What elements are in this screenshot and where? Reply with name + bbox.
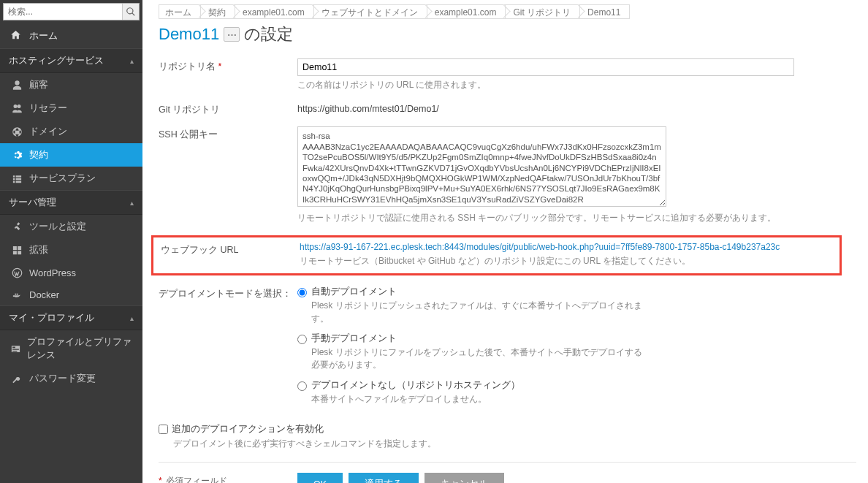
webhook-label: ウェブフック URL — [161, 242, 300, 256]
search-icon[interactable] — [122, 4, 139, 20]
sidebar-item-docker[interactable]: Docker — [0, 284, 142, 305]
breadcrumb-item[interactable]: example01.com — [427, 4, 506, 19]
chevron-up-icon: ▴ — [130, 314, 134, 322]
title-name: Demo11 — [159, 25, 219, 44]
search-input[interactable] — [4, 4, 122, 19]
grid-icon — [10, 244, 23, 256]
sidebar-item-label: サービスプラン — [29, 172, 96, 185]
list-icon — [10, 172, 23, 184]
sidebar-item-label: リセラー — [29, 102, 67, 115]
apply-button[interactable]: 適用する — [349, 473, 419, 483]
sidebar-item-tools[interactable]: ツールと設定 — [0, 215, 142, 238]
sidebar: ホーム ホスティングサービス▴ 顧客 リセラー ドメイン 契約 サービスプラン … — [0, 0, 142, 483]
deploy-none-radio[interactable] — [297, 381, 307, 391]
repo-name-input[interactable] — [297, 58, 794, 76]
sidebar-section-hosting[interactable]: ホスティングサービス▴ — [0, 48, 142, 73]
sidebar-item-label: WordPress — [29, 267, 76, 278]
sidebar-home-label: ホーム — [29, 29, 58, 42]
key-icon — [10, 373, 23, 384]
repo-name-help: この名前はリポジトリの URL に使用されます。 — [297, 79, 794, 91]
tools-icon — [10, 221, 23, 232]
divider — [159, 462, 856, 463]
deploy-none-label: デプロイメントなし（リポジトリホスティング） — [311, 379, 520, 392]
sidebar-item-label: プロファイルとプリファレンス — [27, 335, 134, 362]
required-note: * 必須フィールド — [159, 476, 227, 483]
sidebar-section-server[interactable]: サーバ管理▴ — [0, 190, 142, 215]
sidebar-item-password[interactable]: パスワード変更 — [0, 367, 142, 390]
more-actions-button[interactable]: ⋯ — [224, 27, 240, 42]
repo-name-label: リポジトリ名 * — [159, 58, 297, 73]
extra-actions-desc: デプロイメント後に必ず実行すべきシェルコマンドを指定します。 — [173, 438, 856, 450]
sidebar-item-plans[interactable]: サービスプラン — [0, 167, 142, 190]
deploy-none-desc: 本番サイトへファイルをデプロイしません。 — [311, 393, 520, 406]
users-icon — [10, 102, 23, 114]
sidebar-section-profile[interactable]: マイ・プロファイル▴ — [0, 305, 142, 330]
breadcrumb-item[interactable]: 契約 — [200, 4, 235, 19]
breadcrumb-item[interactable]: example01.com — [235, 4, 313, 19]
cancel-button[interactable]: キャンセル — [425, 473, 504, 483]
deploy-mode-label: デプロイメントモードを選択： — [159, 286, 297, 300]
sidebar-item-extensions[interactable]: 拡張 — [0, 238, 142, 262]
git-repo-label: Git リポジトリ — [159, 102, 297, 116]
webhook-url[interactable]: https://a93-91-167-221.ec.plesk.tech:844… — [300, 242, 796, 252]
deploy-manual-desc: Plesk リポジトリにファイルをプッシュした後で、本番サイトへ手動でデプロイす… — [311, 346, 648, 372]
sidebar-item-label: ドメイン — [29, 125, 67, 138]
globe-icon — [10, 126, 23, 137]
sidebar-item-domains[interactable]: ドメイン — [0, 120, 142, 143]
breadcrumb-item[interactable]: Demo11 — [579, 4, 630, 19]
wordpress-icon — [10, 267, 23, 278]
sidebar-item-wordpress[interactable]: WordPress — [0, 262, 142, 284]
git-repo-value: https://github.com/mtest01/Demo1/ — [297, 102, 794, 114]
search-box[interactable] — [3, 3, 140, 20]
deploy-auto-radio[interactable] — [297, 288, 307, 297]
deploy-manual-radio[interactable] — [297, 335, 307, 344]
deploy-manual-label: 手動デプロイメント — [311, 332, 648, 345]
breadcrumb-item[interactable]: ウェブサイトとドメイン — [313, 4, 427, 19]
sidebar-item-label: ツールと設定 — [29, 220, 86, 233]
sidebar-item-label: 顧客 — [29, 78, 48, 91]
breadcrumb: ホーム 契約 example01.com ウェブサイトとドメイン example… — [159, 4, 856, 19]
breadcrumb-item[interactable]: ホーム — [159, 4, 200, 19]
sidebar-item-label: 契約 — [29, 148, 48, 161]
ok-button[interactable]: OK — [297, 473, 343, 483]
sidebar-home[interactable]: ホーム — [0, 23, 142, 48]
sidebar-item-customers[interactable]: 顧客 — [0, 73, 142, 96]
main-content: ホーム 契約 example01.com ウェブサイトとドメイン example… — [142, 0, 868, 483]
sidebar-item-profile-pref[interactable]: プロファイルとプリファレンス — [0, 330, 142, 367]
ssh-key-textarea[interactable]: ssh-rsa AAAAB3NzaC1yc2EAAAADAQABAAACAQC9… — [297, 126, 666, 207]
sidebar-item-contracts[interactable]: 契約 — [0, 143, 142, 167]
sidebar-item-label: 拡張 — [29, 243, 48, 256]
webhook-help: リモートサービス（Bitbucket や GitHub など）のリポジトリ設定に… — [300, 255, 796, 267]
title-suffix: の設定 — [244, 23, 293, 45]
extra-actions-checkbox[interactable] — [159, 425, 168, 434]
chevron-up-icon: ▴ — [130, 57, 134, 65]
deploy-auto-desc: Plesk リポジトリにプッシュされたファイルは、すぐに本番サイトへデプロイされ… — [311, 300, 648, 325]
ssh-key-help: リモートリポジトリで認証に使用される SSH キーのパブリック部分です。リモート… — [297, 212, 794, 224]
sidebar-item-label: Docker — [29, 289, 59, 300]
svg-point-0 — [12, 268, 22, 278]
page-title: Demo11 ⋯ の設定 — [159, 23, 856, 45]
deploy-auto-label: 自動デプロイメント — [311, 286, 648, 298]
docker-icon — [10, 289, 23, 300]
chevron-up-icon: ▴ — [130, 199, 134, 207]
extra-actions-text: 追加のデプロイアクションを有効化 — [172, 423, 324, 436]
webhook-highlight: ウェブフック URL https://a93-91-167-221.ec.ple… — [151, 235, 842, 275]
breadcrumb-item[interactable]: Git リポジトリ — [505, 4, 579, 19]
gear-icon — [10, 149, 23, 161]
ssh-key-label: SSH 公開キー — [159, 126, 297, 141]
extra-actions-checkbox-label[interactable]: 追加のデプロイアクションを有効化 — [159, 423, 856, 436]
home-icon — [10, 29, 23, 42]
sidebar-item-label: パスワード変更 — [29, 372, 96, 385]
card-icon — [10, 343, 21, 354]
user-icon — [10, 79, 23, 91]
sidebar-item-resellers[interactable]: リセラー — [0, 96, 142, 120]
